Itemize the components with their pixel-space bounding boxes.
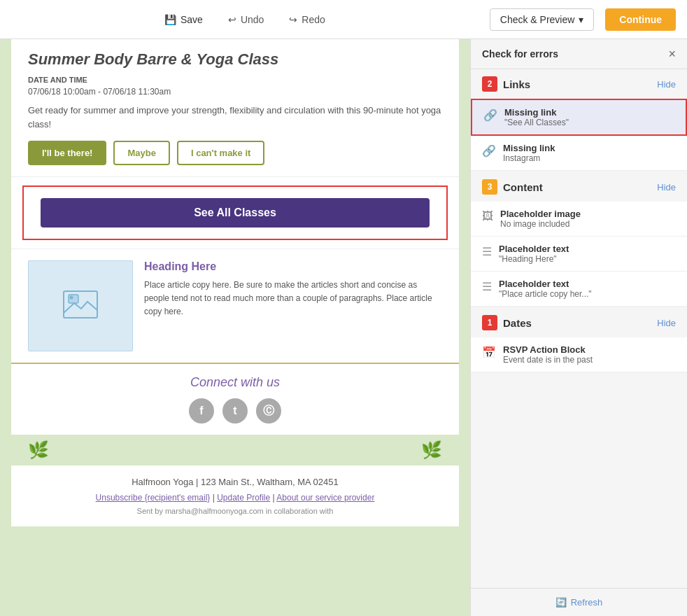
- date-time-value: 07/06/18 10:00am - 07/06/18 11:30am: [28, 87, 442, 97]
- placeholder-text-subtitle-2: "Place article copy her...": [499, 289, 676, 299]
- refresh-icon: 🔄: [555, 597, 567, 608]
- left-leaf-decoration: 🌿: [28, 440, 49, 460]
- content-section-title: Content: [503, 181, 651, 193]
- connect-section: Connect with us f t Ⓒ: [11, 363, 459, 435]
- instagram-icon[interactable]: Ⓒ: [256, 398, 281, 424]
- content-hide-button[interactable]: Hide: [657, 182, 676, 192]
- dates-section-title: Dates: [503, 317, 651, 329]
- email-footer: Halfmoon Yoga | 123 Main St., Waltham, M…: [11, 465, 459, 526]
- save-button[interactable]: 💾 Save: [157, 10, 210, 29]
- article-body: Place article copy here. Be sure to make…: [144, 279, 442, 319]
- panel-header: Check for errors ×: [471, 39, 687, 69]
- text-icon-1: ☰: [482, 245, 492, 258]
- link-icon-2: 🔗: [482, 144, 496, 158]
- image-placeholder-icon: [63, 290, 98, 321]
- footer-org: Halfmoon Yoga | 123 Main St., Waltham, M…: [28, 477, 442, 487]
- missing-link-subtitle-2: Instagram: [503, 153, 676, 163]
- email-preview-panel: Summer Body Barre & Yoga Class DATE AND …: [0, 39, 470, 616]
- facebook-icon[interactable]: f: [189, 398, 214, 424]
- email-content: Summer Body Barre & Yoga Class DATE AND …: [11, 39, 459, 526]
- save-icon: 💾: [164, 14, 176, 25]
- panel-scroll-area[interactable]: 2 Links Hide 🔗 Missing link "See All Cla…: [471, 69, 687, 588]
- undo-button[interactable]: ↩ Undo: [221, 10, 271, 29]
- footer-decoration: 🌿 🌿: [11, 435, 459, 465]
- undo-icon: ↩: [228, 14, 236, 25]
- missing-link-subtitle-1: "See All Classes": [504, 118, 674, 127]
- rsvp-action-content: RSVP Action Block Event date is in the p…: [503, 344, 676, 365]
- see-all-classes-section: See All Classes: [22, 186, 448, 240]
- missing-link-title-1: Missing link: [504, 107, 674, 118]
- redo-button[interactable]: ↪ Redo: [282, 10, 332, 29]
- service-provider-link[interactable]: About our service provider: [276, 493, 374, 503]
- social-icons: f t Ⓒ: [28, 398, 442, 424]
- text-icon-2: ☰: [482, 280, 492, 293]
- rsvp-action-title: RSVP Action Block: [503, 344, 676, 355]
- missing-link-see-all-classes[interactable]: 🔗 Missing link "See All Classes": [471, 99, 687, 136]
- article-image-placeholder: [28, 260, 133, 351]
- article-section: Heading Here Place article copy here. Be…: [11, 248, 459, 363]
- placeholder-text-heading-item[interactable]: ☰ Placeholder text "Heading Here": [471, 237, 687, 272]
- continue-button[interactable]: Continue: [605, 8, 676, 31]
- event-description: Get ready for summer and improve your st…: [28, 104, 442, 131]
- missing-link-instagram[interactable]: 🔗 Missing link Instagram: [471, 136, 687, 171]
- content-badge: 3: [482, 179, 497, 195]
- footer-links: Unsubscribe {recipient's email} | Update…: [28, 493, 442, 503]
- placeholder-text-title-1: Placeholder text: [499, 244, 676, 254]
- right-leaf-decoration: 🌿: [421, 440, 442, 460]
- connect-title: Connect with us: [28, 375, 442, 390]
- error-item-content: Missing link "See All Classes": [504, 107, 674, 127]
- email-title: Summer Body Barre & Yoga Class: [28, 50, 442, 69]
- refresh-button[interactable]: 🔄 Refresh: [555, 597, 603, 608]
- links-section-title: Links: [503, 78, 651, 90]
- date-time-label: DATE AND TIME: [28, 76, 442, 84]
- links-section-header: 2 Links Hide: [471, 69, 687, 99]
- placeholder-image-item[interactable]: 🖼 Placeholder image No image included: [471, 202, 687, 237]
- twitter-icon[interactable]: t: [222, 398, 248, 424]
- dates-section-header: 1 Dates Hide: [471, 308, 687, 337]
- links-badge: 2: [482, 76, 497, 92]
- placeholder-article-content: Placeholder text "Place article copy her…: [499, 279, 676, 299]
- error-item-content-2: Missing link Instagram: [503, 143, 676, 163]
- placeholder-image-subtitle: No image included: [500, 219, 676, 229]
- rsvp-no-button[interactable]: I can't make it: [177, 141, 264, 165]
- close-panel-button[interactable]: ×: [668, 48, 676, 60]
- rsvp-buttons: I'll be there! Maybe I can't make it: [28, 141, 442, 165]
- footer-sent: Sent by marsha@halfmoonyoga.com in colla…: [28, 507, 442, 515]
- right-panel: Check for errors × 2 Links Hide 🔗 Missin…: [470, 39, 687, 616]
- redo-icon: ↪: [289, 14, 297, 25]
- rsvp-action-subtitle: Event date is in the past: [503, 355, 676, 365]
- svg-rect-1: [69, 295, 78, 303]
- rsvp-yes-button[interactable]: I'll be there!: [28, 141, 106, 165]
- article-text: Heading Here Place article copy here. Be…: [144, 260, 442, 351]
- content-section: 3 Content Hide 🖼 Placeholder image No im…: [471, 172, 687, 307]
- toolbar: 💾 Save ↩ Undo ↪ Redo Check & Preview ▾ C…: [0, 0, 687, 39]
- main-area: Summer Body Barre & Yoga Class DATE AND …: [0, 39, 687, 616]
- placeholder-text-subtitle-1: "Heading Here": [499, 254, 676, 264]
- article-heading: Heading Here: [144, 260, 442, 273]
- links-section: 2 Links Hide 🔗 Missing link "See All Cla…: [471, 69, 687, 171]
- dates-hide-button[interactable]: Hide: [657, 318, 676, 328]
- see-all-classes-button[interactable]: See All Classes: [41, 198, 430, 227]
- missing-link-title-2: Missing link: [503, 143, 676, 153]
- links-hide-button[interactable]: Hide: [657, 79, 676, 90]
- svg-point-2: [70, 296, 73, 300]
- placeholder-image-title: Placeholder image: [500, 209, 676, 219]
- placeholder-text-title-2: Placeholder text: [499, 279, 676, 289]
- content-section-header: 3 Content Hide: [471, 172, 687, 202]
- dates-section: 1 Dates Hide 📅 RSVP Action Block Event d…: [471, 308, 687, 372]
- update-profile-link[interactable]: Update Profile: [217, 493, 270, 503]
- dates-badge: 1: [482, 315, 497, 330]
- rsvp-maybe-button[interactable]: Maybe: [113, 141, 169, 165]
- image-icon: 🖼: [482, 210, 493, 223]
- check-preview-button[interactable]: Check & Preview ▾: [490, 8, 595, 31]
- link-icon: 🔗: [483, 108, 497, 122]
- panel-title: Check for errors: [482, 48, 558, 59]
- chevron-down-icon: ▾: [579, 14, 583, 25]
- placeholder-text-article-item[interactable]: ☰ Placeholder text "Place article copy h…: [471, 272, 687, 307]
- placeholder-image-content: Placeholder image No image included: [500, 209, 676, 229]
- unsubscribe-link[interactable]: Unsubscribe {recipient's email}: [96, 493, 211, 503]
- calendar-icon: 📅: [482, 346, 496, 359]
- email-header-section: Summer Body Barre & Yoga Class DATE AND …: [11, 39, 459, 177]
- rsvp-action-block-item[interactable]: 📅 RSVP Action Block Event date is in the…: [471, 337, 687, 372]
- placeholder-heading-content: Placeholder text "Heading Here": [499, 244, 676, 264]
